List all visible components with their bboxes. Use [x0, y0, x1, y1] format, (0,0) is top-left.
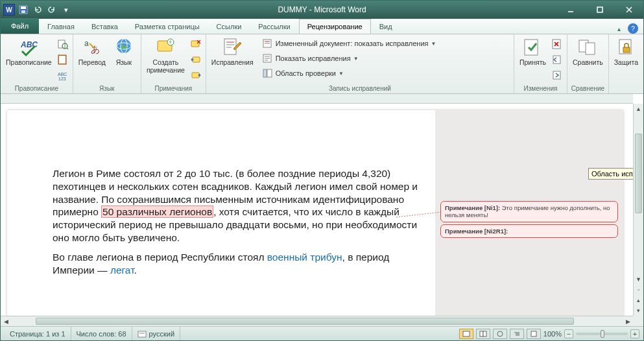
accept-button[interactable]: Принять — [517, 36, 549, 68]
zoom-level[interactable]: 100% — [543, 330, 562, 338]
redo-icon[interactable] — [46, 4, 58, 16]
hyperlink[interactable]: легат — [110, 265, 134, 276]
close-button[interactable] — [614, 3, 643, 16]
maximize-button[interactable] — [585, 3, 614, 16]
svg-rect-55 — [480, 331, 483, 336]
tab-file[interactable]: Файл — [1, 18, 39, 34]
delete-comment-icon[interactable] — [189, 37, 203, 51]
fullscreen-reading-view-icon[interactable] — [476, 329, 490, 339]
tab-insert[interactable]: Вставка — [83, 19, 126, 34]
scroll-thumb[interactable] — [635, 134, 642, 214]
prev-comment-icon[interactable] — [189, 53, 203, 67]
svg-rect-48 — [586, 43, 595, 54]
tab-home[interactable]: Главная — [39, 19, 83, 34]
body-text: Во главе легиона в период Республики сто… — [53, 252, 267, 263]
svg-rect-23 — [191, 41, 199, 47]
scroll-thumb[interactable] — [36, 318, 574, 325]
svg-rect-28 — [224, 39, 236, 54]
browse-object-icon[interactable]: ◦ — [634, 285, 643, 295]
svg-text:ABC: ABC — [58, 72, 67, 76]
comment-balloon[interactable]: Примечание [Ni1]: Это примечание нужно д… — [440, 201, 618, 222]
ribbon: ABC Правописание ABC123 Правописание aあ … — [1, 34, 643, 94]
qat-customize-icon[interactable]: ▾ — [60, 4, 72, 16]
svg-rect-12 — [59, 56, 66, 64]
spelling-button[interactable]: ABC Правописание — [3, 36, 54, 68]
help-icon[interactable]: ? — [628, 23, 638, 34]
translate-button[interactable]: aあ Перевод — [76, 36, 108, 68]
word-count[interactable]: Число слов: 68 — [71, 327, 132, 340]
svg-rect-52 — [138, 331, 146, 337]
commented-range[interactable]: 50 различных легионов — [101, 206, 213, 218]
undo-icon[interactable] — [32, 4, 43, 16]
track-changes-button[interactable]: Исправления — [209, 36, 256, 68]
svg-rect-54 — [463, 331, 470, 336]
svg-line-51 — [396, 212, 442, 217]
next-page-icon[interactable]: ▾ — [634, 305, 643, 316]
print-layout-view-icon[interactable] — [459, 329, 473, 339]
scroll-left-icon[interactable]: ◀ — [1, 316, 11, 326]
svg-rect-40 — [267, 69, 272, 77]
document-body[interactable]: Легион в Риме состоял от 2 до 10 тыс. (в… — [7, 110, 435, 316]
document-area: Легион в Риме состоял от 2 до 10 тыс. (в… — [1, 94, 643, 326]
next-change-icon[interactable] — [550, 68, 564, 82]
research-icon[interactable] — [56, 37, 70, 51]
zoom-slider[interactable] — [576, 333, 628, 335]
save-icon[interactable] — [18, 4, 29, 16]
draft-view-icon[interactable] — [527, 329, 541, 339]
svg-rect-46 — [553, 71, 560, 79]
page[interactable]: Легион в Риме состоял от 2 до 10 тыс. (в… — [7, 110, 623, 316]
hyperlink[interactable]: военный трибун — [267, 252, 342, 263]
word-app-icon[interactable]: W — [3, 4, 15, 16]
vertical-scrollbar[interactable]: ▲ ▼ ◦ ▴ ▾ — [633, 104, 643, 316]
svg-rect-41 — [525, 40, 538, 55]
comment-balloon[interactable]: Примечание [Ni2R1]: — [440, 224, 618, 238]
svg-text:+: + — [169, 39, 172, 45]
markup-area: Примечание [Ni1]: Это примечание нужно д… — [435, 110, 623, 316]
show-markup-dropdown[interactable]: Показать исправления▼ — [260, 51, 439, 65]
minimize-button[interactable] — [556, 3, 585, 16]
tab-layout[interactable]: Разметка страницы — [126, 19, 208, 34]
horizontal-scrollbar[interactable]: ◀ ▶ — [1, 316, 633, 326]
svg-rect-50 — [623, 47, 630, 53]
outline-view-icon[interactable] — [510, 329, 524, 339]
window-title: DUMMY - Microsoft Word — [278, 5, 366, 14]
svg-rect-39 — [263, 69, 267, 77]
next-comment-icon[interactable] — [189, 68, 203, 82]
ruler[interactable] — [1, 94, 633, 104]
group-compare: Сравнить Сравнение — [567, 34, 609, 93]
language-status[interactable]: русский — [132, 327, 180, 340]
ribbon-minimize-icon[interactable]: ▴ — [614, 23, 624, 34]
group-comments: + Создать примечание Примечания — [141, 34, 206, 93]
statusbar: Страница: 1 из 1 Число слов: 68 русский … — [1, 326, 643, 340]
wordcount-icon[interactable]: ABC123 — [56, 68, 70, 82]
display-for-review-dropdown[interactable]: Измененный документ: показать исправлени… — [260, 36, 439, 51]
zoom-in-button[interactable]: + — [630, 329, 639, 338]
svg-point-57 — [497, 331, 503, 336]
thesaurus-icon[interactable] — [56, 53, 70, 67]
protect-button[interactable]: Защита — [612, 36, 641, 68]
tab-view[interactable]: Вид — [371, 19, 401, 34]
scroll-right-icon[interactable]: ▶ — [623, 316, 633, 326]
language-button[interactable]: Язык — [110, 36, 138, 68]
group-protect: Защита — [609, 34, 643, 93]
tab-references[interactable]: Ссылки — [208, 19, 250, 34]
reject-icon[interactable] — [550, 37, 564, 51]
scroll-down-icon[interactable]: ▼ — [634, 274, 643, 285]
tab-review[interactable]: Рецензирование — [299, 19, 371, 34]
scroll-up-icon[interactable]: ▲ — [634, 104, 643, 114]
prev-change-icon[interactable] — [550, 53, 564, 67]
new-comment-button[interactable]: + Создать примечание — [144, 36, 187, 75]
group-proofing: ABC Правописание ABC123 Правописание — [1, 34, 73, 93]
compare-button[interactable]: Сравнить — [570, 36, 606, 68]
svg-rect-2 — [21, 10, 25, 13]
tab-mailings[interactable]: Рассылки — [250, 19, 298, 34]
svg-rect-61 — [531, 331, 536, 336]
group-changes: Принять Изменения — [514, 34, 567, 93]
page-number[interactable]: Страница: 1 из 1 — [5, 327, 71, 340]
ribbon-tabs: Файл Главная Вставка Разметка страницы С… — [1, 19, 643, 34]
web-layout-view-icon[interactable] — [493, 329, 507, 339]
reviewing-pane-dropdown[interactable]: Область проверки▼ — [260, 66, 439, 80]
prev-page-icon[interactable]: ▴ — [634, 295, 643, 305]
zoom-out-button[interactable]: − — [564, 329, 573, 338]
svg-text:ABC: ABC — [20, 40, 38, 49]
